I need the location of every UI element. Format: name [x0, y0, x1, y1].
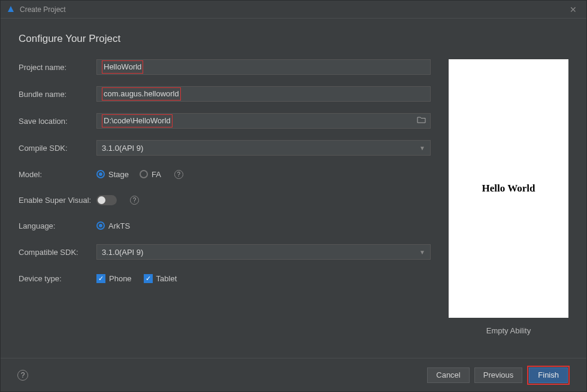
save-location-input[interactable]: D:\code\HelloWorld	[96, 113, 431, 129]
bundle-name-input[interactable]: com.augus.helloworld	[96, 86, 431, 102]
checkbox-check-icon: ✓	[96, 274, 105, 283]
row-compatible-sdk: Compatible SDK: 3.1.0(API 9) ▼	[19, 244, 431, 260]
toggle-knob	[98, 196, 105, 204]
label-compatible-sdk: Compatible SDK:	[19, 248, 96, 257]
project-name-value: HelloWorld	[102, 60, 143, 74]
checkbox-tablet-label: Tablet	[156, 274, 177, 283]
radio-dot-icon	[140, 170, 148, 178]
checkbox-check-icon: ✓	[144, 274, 153, 283]
radio-dot-icon	[96, 221, 105, 230]
main-area: Project name: HelloWorld Bundle name: co…	[19, 59, 568, 358]
label-save-location: Save location:	[19, 117, 96, 126]
close-icon[interactable]: ✕	[566, 5, 580, 14]
preview-text: Hello World	[482, 183, 535, 195]
compatible-sdk-value: 3.1.0(API 9)	[102, 248, 143, 257]
finish-button-highlight: Finish	[527, 366, 570, 385]
radio-fa[interactable]: FA	[140, 170, 161, 179]
form: Project name: HelloWorld Bundle name: co…	[19, 59, 431, 358]
row-project-name: Project name: HelloWorld	[19, 59, 431, 75]
radio-arkts[interactable]: ArkTS	[96, 221, 130, 230]
radio-fa-label: FA	[152, 170, 161, 179]
preview-label: Empty Ability	[486, 326, 531, 335]
help-icon[interactable]: ?	[174, 170, 183, 179]
compile-sdk-value: 3.1.0(API 9)	[102, 144, 143, 153]
label-compile-sdk: Compile SDK:	[19, 144, 96, 153]
footer-bar: ? Cancel Previous Finish	[1, 358, 586, 391]
window-title: Create Project	[20, 5, 566, 14]
checkbox-tablet[interactable]: ✓ Tablet	[144, 274, 177, 283]
previous-button[interactable]: Previous	[474, 367, 523, 383]
label-project-name: Project name:	[19, 63, 96, 72]
dropdown-arrow-icon: ▼	[419, 145, 425, 151]
browse-folder-icon[interactable]	[417, 116, 426, 123]
app-logo-icon	[7, 5, 15, 14]
finish-button[interactable]: Finish	[529, 367, 568, 383]
label-model: Model:	[19, 170, 96, 179]
content-area: Configure Your Project Project name: Hel…	[1, 19, 586, 358]
label-enable-super-visual: Enable Super Visual:	[19, 196, 96, 205]
row-enable-super-visual: Enable Super Visual: ?	[19, 193, 431, 207]
dropdown-arrow-icon: ▼	[419, 249, 425, 256]
row-device-type: Device type: ✓ Phone ✓ Tablet	[19, 271, 431, 285]
row-bundle-name: Bundle name: com.augus.helloworld	[19, 86, 431, 102]
compatible-sdk-select[interactable]: 3.1.0(API 9) ▼	[96, 244, 431, 260]
page-heading: Configure Your Project	[19, 33, 568, 45]
super-visual-toggle[interactable]	[96, 195, 117, 205]
radio-arkts-label: ArkTS	[108, 221, 130, 230]
preview-pane: Hello World Empty Ability	[449, 59, 568, 358]
bundle-name-value: com.augus.helloworld	[102, 87, 181, 101]
label-language: Language:	[19, 221, 96, 230]
label-device-type: Device type:	[19, 274, 96, 283]
row-language: Language: ArkTS	[19, 218, 431, 233]
row-save-location: Save location: D:\code\HelloWorld	[19, 113, 431, 129]
help-icon[interactable]: ?	[130, 196, 139, 205]
titlebar: Create Project ✕	[1, 1, 586, 19]
label-bundle-name: Bundle name:	[19, 90, 96, 99]
compile-sdk-select[interactable]: 3.1.0(API 9) ▼	[96, 140, 431, 156]
project-name-input[interactable]: HelloWorld	[96, 59, 431, 75]
row-model: Model: Stage FA ?	[19, 167, 431, 181]
cancel-button[interactable]: Cancel	[427, 367, 469, 383]
save-location-value: D:\code\HelloWorld	[102, 114, 173, 127]
create-project-window: Create Project ✕ Configure Your Project …	[0, 0, 587, 392]
checkbox-phone-label: Phone	[109, 274, 132, 283]
radio-dot-icon	[96, 170, 105, 178]
radio-stage-label: Stage	[108, 170, 129, 179]
radio-stage[interactable]: Stage	[96, 170, 129, 179]
phone-preview: Hello World	[449, 59, 568, 318]
row-compile-sdk: Compile SDK: 3.1.0(API 9) ▼	[19, 140, 431, 156]
checkbox-phone[interactable]: ✓ Phone	[96, 274, 132, 283]
footer-help-icon[interactable]: ?	[17, 370, 28, 381]
